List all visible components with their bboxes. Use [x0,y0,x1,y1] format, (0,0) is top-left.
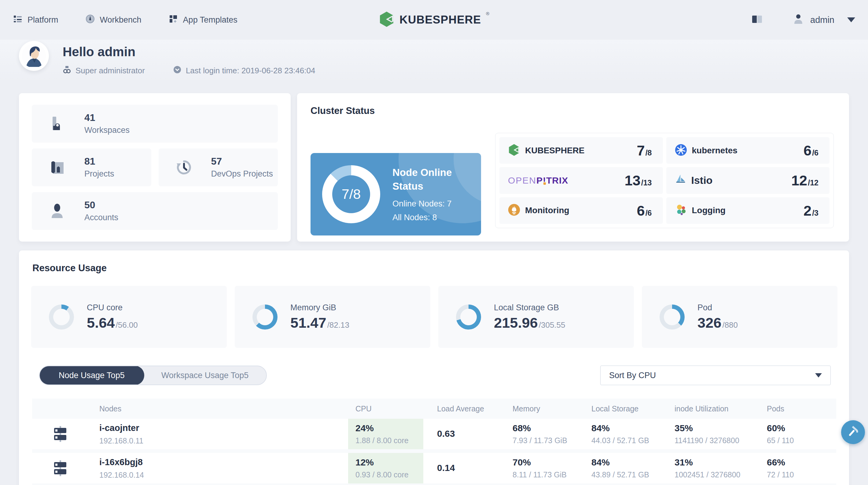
stat-tile-workspaces[interactable]: 41 Workspaces [32,105,278,142]
docs-book-icon[interactable] [751,13,763,27]
toolbox-button[interactable] [841,420,865,444]
last-login-clock-icon [173,65,182,76]
component-kubesphere: KUBESPHERE 7 /8 [499,137,663,164]
openpitrix-trix: TRIX [546,175,568,185]
sort-by-dropdown[interactable]: Sort By CPU [600,365,831,385]
component-value: 6 [804,142,811,159]
node-status-text: Node Online Status Online Nodes: 7 All N… [393,166,469,222]
hammer-icon [846,425,860,440]
user-role-label: Super administrator [75,66,145,75]
nav-item-label: Platform [28,15,58,25]
component-name: KUBESPHERE [525,146,584,156]
memory-percent: 68% [513,423,531,433]
component-count: 13 /13 [624,172,652,189]
memory-percent: 70% [513,457,531,467]
usage-tabs: Node Usage Top5 Workspace Usage Top5 [39,365,267,385]
node-usage-table: Nodes CPU Load Average Memory Local Stor… [32,398,836,485]
nav-left: Platform Workbench App Templates [13,14,238,26]
gauge-pod: Pod 326 /880 [642,286,837,348]
component-name: Logging [692,205,725,215]
storage-detail: 44.03 / 52.71 GB [591,436,649,445]
component-total: /6 [812,149,818,157]
gauge-total: /82.13 [327,320,349,330]
gauge-total: /56.00 [116,320,137,330]
kubernetes-component-logo: kubernetes [675,144,738,157]
node-status-heading: Node Online Status [393,166,469,193]
inode-percent: 35% [675,423,693,433]
gauge-cpu: CPU core 5.64 /56.00 [31,286,227,348]
workspaces-icon [49,116,65,132]
user-menu[interactable]: admin [793,13,855,26]
pod-donut [659,304,685,329]
monitoring-component-logo: Monitoring [508,204,569,217]
node-server-icon [52,460,69,478]
col-local-storage: Local Storage [591,398,639,419]
logo-text: KUBESPHERE [400,13,481,26]
nav-item-workbench[interactable]: Workbench [85,14,142,26]
stat-tile-projects[interactable]: 81 Projects [32,149,151,186]
component-name: Monitoring [525,205,569,215]
node-ip: 192.168.0.14 [99,471,144,480]
stat-value: 57 [211,156,273,167]
gauge-label: Local Storage GB [494,303,565,313]
component-value: 7 [637,142,645,159]
gauge-label: Pod [698,303,738,313]
tab-node-usage-top5[interactable]: Node Usage Top5 [39,365,144,385]
component-value: 13 [624,172,640,189]
nav-right: admin [751,13,855,27]
cpu-detail: 0.93 / 8.00 core [355,470,409,479]
openpitrix-logo-text: OPENP!TRIX [508,175,568,186]
pods-percent: 66% [767,457,785,467]
gauge-used: 51.47 [290,314,327,331]
node-server-icon [52,425,69,444]
kubesphere-component-logo: KUBESPHERE [508,144,584,157]
nav-item-label: Workbench [100,15,142,25]
stat-label: Projects [84,169,114,179]
component-istio: Istio 12 /12 [666,167,830,194]
component-total: /13 [641,179,652,187]
openpitrix-component-logo: OPENP!TRIX [508,175,568,186]
gauge-info: Local Storage GB 215.96 /305.55 [494,303,565,331]
gauge-used: 5.64 [87,314,115,331]
stat-tile-devops[interactable]: 57 DevOps Projects [159,149,278,186]
kubesphere-logo[interactable]: KUBESPHERE ® [379,0,489,40]
cpu-detail: 1.88 / 8.00 core [355,436,409,445]
table-header: Nodes CPU Load Average Memory Local Stor… [32,398,836,419]
gauge-info: Memory GiB 51.47 /82.13 [290,303,349,331]
istio-component-logo: Istio [675,174,713,187]
node-ratio: 7/8 [322,165,380,223]
component-value: 2 [804,202,811,219]
component-value: 6 [637,202,645,219]
page-greeting: Hello admin [63,44,135,59]
logo-registered-mark: ® [486,11,489,16]
component-total: /8 [646,149,652,157]
local-storage-donut [456,304,481,329]
component-name: kubernetes [692,146,738,156]
cluster-components-box: KUBESPHERE 7 /8 kubernetes 6 /6 OPEN [495,133,834,228]
stat-text: 50 Accounts [84,200,118,222]
table-row[interactable]: i-16x6bgj8 192.168.0.14 12% 0.93 / 8.00 … [32,453,836,483]
workbench-icon [85,14,95,26]
stat-value: 50 [84,200,118,211]
stat-tile-accounts[interactable]: 50 Accounts [32,192,278,230]
col-nodes: Nodes [99,398,121,419]
resource-usage-title: Resource Usage [32,263,107,273]
component-logging: Logging 2 /3 [666,197,830,224]
tab-workspace-usage-top5[interactable]: Workspace Usage Top5 [144,365,267,385]
stat-text: 81 Projects [84,156,114,179]
nav-item-app-templates[interactable]: App Templates [168,14,238,26]
logging-component-logo: Logging [675,204,725,217]
hero-meta: Super administrator Last login time: 201… [63,65,315,76]
stat-label: Accounts [84,213,118,222]
node-online-status-panel: 7/8 Node Online Status Online Nodes: 7 A… [311,153,481,235]
pods-percent: 60% [767,423,785,433]
user-role: Super administrator [63,65,145,76]
gauge-memory: Memory GiB 51.47 /82.13 [235,286,430,348]
overview-stats-card: 41 Workspaces 81 Projects 57 DevOps Proj… [19,93,291,241]
nav-item-platform[interactable]: Platform [13,14,58,26]
table-row[interactable]: i-caojnter 192.168.0.11 24% 1.88 / 8.00 … [32,419,836,449]
gauge-label: CPU core [87,303,138,313]
inode-detail: 1141190 / 3276800 [675,436,739,445]
component-value: 12 [791,172,807,189]
resource-gauges: CPU core 5.64 /56.00 Memory GiB 51.47 /8… [31,286,837,348]
